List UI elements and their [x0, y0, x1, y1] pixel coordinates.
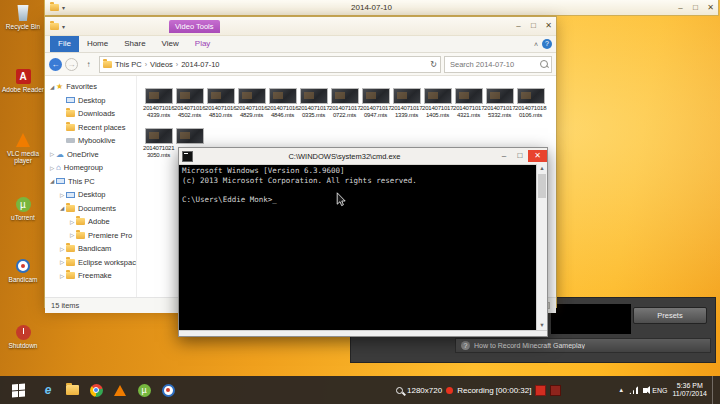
taskbar-app-chrome[interactable] [84, 376, 108, 404]
file-item[interactable]: 20140710175332.mts [484, 88, 515, 118]
tree-expander-icon[interactable]: ▷ [58, 246, 66, 252]
tab-play[interactable]: Play [187, 36, 219, 52]
tab-file[interactable]: File [50, 36, 79, 52]
scroll-down-icon[interactable]: ▼ [537, 321, 547, 330]
file-item[interactable]: 20140710170335.mts [298, 88, 329, 118]
minimize-button[interactable]: – [673, 2, 688, 14]
taskbar-app-explorer[interactable] [60, 376, 84, 404]
close-button[interactable]: ✕ [541, 20, 556, 32]
forward-button[interactable]: → [65, 58, 78, 71]
pause-recording-button[interactable] [550, 385, 561, 396]
scrollbar-thumb[interactable] [538, 174, 546, 198]
help-icon[interactable]: ? [542, 39, 552, 49]
volume-icon[interactable] [643, 388, 647, 393]
nav-item-homegroup[interactable]: ▷⌂Homegroup [45, 161, 136, 175]
taskbar-app-bandicam[interactable] [156, 376, 180, 404]
file-item[interactable]: 20140710170947.mts [360, 88, 391, 118]
maximize-button[interactable]: □ [512, 150, 528, 162]
file-item[interactable]: 20140710171339.mts [391, 88, 422, 118]
nav-item-onedrive[interactable]: ▷☁OneDrive [45, 148, 136, 162]
nav-item-recent-places[interactable]: Recent places [45, 121, 136, 135]
chevron-down-icon[interactable]: ▾ [62, 23, 65, 30]
tree-expander-icon[interactable]: ◢ [48, 84, 56, 90]
nav-item-desktop[interactable]: Desktop [45, 94, 136, 108]
tree-expander-icon[interactable]: ▷ [68, 232, 76, 238]
tree-expander-icon[interactable]: ▷ [58, 273, 66, 279]
file-item[interactable]: 20140710213050.mts [143, 128, 174, 158]
maximize-button[interactable]: □ [688, 2, 703, 14]
show-desktop-button[interactable] [712, 376, 717, 404]
tree-expander-icon[interactable]: ▷ [68, 219, 76, 225]
scroll-up-icon[interactable]: ▲ [537, 164, 547, 173]
desktop-icon-utorrent[interactable]: µuTorrent [0, 194, 46, 221]
nav-item-premiere-pro[interactable]: ▷Premiere Pro [45, 229, 136, 243]
back-button[interactable]: ← [49, 58, 62, 71]
up-button[interactable]: ↑ [81, 57, 96, 72]
background-window-titlebar[interactable]: ▾ 2014-07-10 – □ ✕ [44, 0, 719, 16]
maximize-button[interactable]: □ [526, 20, 541, 32]
file-item[interactable]: 20140710164846.mts [267, 88, 298, 118]
close-button[interactable]: ✕ [528, 150, 547, 162]
cmd-titlebar[interactable]: C:\WINDOWS\system32\cmd.exe – □ ✕ [179, 148, 547, 165]
desktop-icon-shutdown[interactable]: Shutdown [0, 322, 46, 349]
tree-expander-icon[interactable]: ▷ [48, 165, 56, 171]
taskbar-app-ie[interactable]: e [36, 376, 60, 404]
nav-item-freemake[interactable]: ▷Freemake [45, 269, 136, 283]
nav-item-favorites[interactable]: ◢★Favorites [45, 80, 136, 94]
minimize-button[interactable]: – [496, 150, 512, 162]
desktop-icon-bandicam[interactable]: Bandicam [0, 256, 46, 283]
clock[interactable]: 5:36 PM 11/07/2014 [672, 382, 707, 398]
cmd-horizontal-scrollbar[interactable] [179, 330, 547, 336]
breadcrumb[interactable]: This PC›Videos›2014-07-10 ↻ [99, 56, 441, 73]
cmd-output[interactable]: Microsoft Windows [Version 6.3.9600](c) … [179, 164, 536, 330]
nav-item-desktop[interactable]: ▷Desktop [45, 188, 136, 202]
file-item[interactable]: 20140710171405.mts [422, 88, 453, 118]
cmd-vertical-scrollbar[interactable]: ▲ ▼ [536, 164, 547, 330]
desktop-icon-adobe-reader[interactable]: AAdobe Reader [0, 66, 46, 93]
file-item[interactable]: 20140710164339.mts [143, 88, 174, 118]
desktop-icon-recycle-bin[interactable]: Recycle Bin [0, 3, 46, 30]
collapse-ribbon-icon[interactable]: ˄ [534, 41, 538, 48]
chevron-down-icon[interactable]: ▾ [62, 4, 65, 11]
nav-item-downloads[interactable]: Downloads [45, 107, 136, 121]
tab-view[interactable]: View [154, 36, 187, 52]
tray-expand-icon[interactable]: ▲ [618, 387, 624, 393]
minimize-button[interactable]: – [511, 20, 526, 32]
breadcrumb-item[interactable]: 2014-07-10 [180, 60, 220, 69]
nav-item-documents[interactable]: ◢Documents [45, 202, 136, 216]
tree-expander-icon[interactable]: ▷ [48, 151, 56, 157]
close-button[interactable]: ✕ [703, 2, 718, 14]
search-input[interactable] [448, 59, 540, 70]
breadcrumb-item[interactable]: Videos [149, 60, 174, 69]
nav-item-eclipse-workspace[interactable]: ▷Eclipse workspace [45, 256, 136, 270]
file-item[interactable]: 20140710174321.mts [453, 88, 484, 118]
tree-expander-icon[interactable]: ▷ [58, 259, 66, 265]
nav-item-this-pc[interactable]: ◢This PC [45, 175, 136, 189]
nav-item-mybooklive[interactable]: Mybooklive [45, 134, 136, 148]
taskbar-app-utorrent[interactable]: µ [132, 376, 156, 404]
start-button[interactable] [0, 376, 36, 404]
language-indicator[interactable]: ENG [652, 387, 667, 394]
tree-expander-icon[interactable]: ◢ [48, 178, 56, 184]
file-item[interactable]: 20140710170722.mts [329, 88, 360, 118]
recorder-help-bar[interactable]: ? How to Record Minecraft Gameplay [455, 338, 711, 353]
file-item[interactable]: 20140710164829.mts [236, 88, 267, 118]
stop-recording-button[interactable] [535, 385, 546, 396]
tree-expander-icon[interactable]: ▷ [58, 192, 66, 198]
refresh-icon[interactable]: ↻ [430, 60, 437, 69]
file-item[interactable]: 20140710164502.mts [174, 88, 205, 118]
search-box[interactable] [444, 56, 552, 73]
nav-item-bandicam[interactable]: ▷Bandicam [45, 242, 136, 256]
file-item[interactable]: 20140710180106.mts [515, 88, 546, 118]
explorer-titlebar[interactable]: ▾ Video Tools – □ ✕ [45, 17, 556, 36]
tree-expander-icon[interactable]: ◢ [58, 205, 66, 211]
presets-button[interactable]: Presets [633, 307, 707, 324]
breadcrumb-item[interactable]: This PC [114, 60, 143, 69]
network-icon[interactable] [629, 386, 638, 394]
tab-home[interactable]: Home [79, 36, 116, 52]
tab-share[interactable]: Share [116, 36, 153, 52]
nav-item-adobe[interactable]: ▷Adobe [45, 215, 136, 229]
desktop-icon-vlc[interactable]: VLC media player [0, 130, 46, 164]
taskbar-app-vlc[interactable] [108, 376, 132, 404]
file-item[interactable]: 20140710164810.mts [205, 88, 236, 118]
